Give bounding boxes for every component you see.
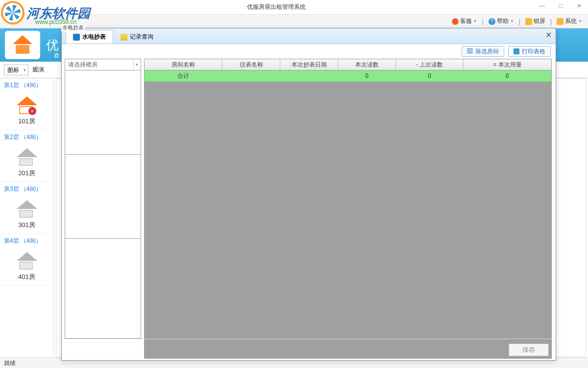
total-label: 合计 xyxy=(145,70,222,82)
list-icon xyxy=(467,48,473,54)
room-item[interactable]: 401房 xyxy=(0,248,53,285)
menubar: 客服▼ | ? 帮助▼ | 锁屏 | 系统▼ xyxy=(0,15,588,28)
tab-record-query[interactable]: 记录查询 xyxy=(113,30,161,44)
grid-header: 房间名称 仪表名称 本次抄表日期 本次读数 - 上次读数 = 本次用量 xyxy=(144,59,552,70)
room-item[interactable]: 301房 xyxy=(0,196,53,233)
maximize-button[interactable]: □ xyxy=(556,2,565,12)
house-inactive-icon xyxy=(17,148,37,167)
col-current-reading[interactable]: 本次读数 xyxy=(338,59,396,70)
floor-header[interactable]: 第4层 （4间） xyxy=(0,234,53,248)
grid-body[interactable] xyxy=(144,82,552,359)
house-inactive-icon xyxy=(17,200,37,219)
col-reading-date[interactable]: 本次抄表日期 xyxy=(280,59,338,70)
floor-header[interactable]: 第3层 （4间） xyxy=(0,182,53,196)
floor-header[interactable]: 第2层 （4间） xyxy=(0,130,53,144)
modal-footer: 保存 xyxy=(62,339,556,360)
total-prev: 0 xyxy=(396,70,464,82)
titlebar: 优服房屋出租管理系统 — □ ✕ xyxy=(0,0,588,15)
building-select[interactable]: 请选择楼房 xyxy=(65,59,141,70)
modal-close-button[interactable]: ✕ xyxy=(545,30,552,40)
col-prev-reading[interactable]: - 上次读数 xyxy=(396,59,464,70)
total-row: 合计 0 0 0 xyxy=(144,70,552,82)
modal-window-title: 水电抄表 xyxy=(61,24,85,31)
total-current: 0 xyxy=(338,70,396,82)
window-title: 优服房屋出租管理系统 xyxy=(16,3,537,11)
close-button[interactable]: ✕ xyxy=(574,2,584,12)
total-usage: 0 xyxy=(464,70,551,82)
house-inactive-icon xyxy=(17,252,37,271)
room-label: 301房 xyxy=(0,221,53,230)
menu-customer[interactable]: 客服▼ xyxy=(450,16,479,26)
filter-room-button[interactable]: 筛选房间 xyxy=(462,46,504,57)
room-item[interactable]: ¥101房 xyxy=(0,92,53,130)
house-active-icon: ¥ xyxy=(17,96,37,115)
print-table-button[interactable]: 打印表格 xyxy=(508,46,551,57)
menu-system[interactable]: 系统▼ xyxy=(555,16,584,26)
filter-bar: 筛选房间 打印表格 xyxy=(62,44,556,59)
col-room-name[interactable]: 房间名称 xyxy=(145,59,222,70)
tab-meter-reading[interactable]: 水电抄表 xyxy=(66,30,113,44)
modal-tabs: 水电抄表 记录查询 xyxy=(62,28,556,44)
room-label: 401房 xyxy=(0,273,53,281)
lock-icon xyxy=(525,18,532,25)
menu-help[interactable]: ? 帮助▼ xyxy=(487,16,516,26)
modal-dialog: ✕ 水电抄表 记录查询 筛选房间 打印表格 请选择楼房 xyxy=(61,28,556,361)
print-icon xyxy=(514,48,519,54)
save-button[interactable]: 保存 xyxy=(509,344,549,356)
menu-lock[interactable]: 锁屏 xyxy=(523,16,547,26)
col-usage[interactable]: = 本次用量 xyxy=(464,59,551,70)
data-grid: 房间名称 仪表名称 本次抄表日期 本次读数 - 上次读数 = 本次用量 合计 0… xyxy=(144,59,552,339)
room-label: 101房 xyxy=(0,117,53,126)
building-panel: 请选择楼房 xyxy=(65,59,141,339)
logo xyxy=(5,31,40,59)
gear-icon xyxy=(557,18,564,25)
floor-header[interactable]: 第1层 （4间） xyxy=(0,78,53,92)
view-mode-dropdown[interactable]: 图标 xyxy=(4,65,28,75)
building-tree[interactable] xyxy=(65,70,141,339)
room-item[interactable]: 201房 xyxy=(0,144,53,182)
sidebar: 第1层 （4间）¥101房第2层 （4间）201房第3层 （4间）301房第4层… xyxy=(0,78,54,357)
col-meter-name[interactable]: 仪表名称 xyxy=(222,59,280,70)
meter-icon xyxy=(73,34,80,41)
help-icon: ? xyxy=(489,18,495,25)
room-label: 201房 xyxy=(0,169,53,178)
observe-label: 观演 xyxy=(32,66,44,74)
people-icon xyxy=(452,18,459,25)
welcome-text: 欢 xyxy=(54,51,60,60)
minimize-button[interactable]: — xyxy=(537,2,547,12)
query-icon xyxy=(121,34,127,41)
app-icon xyxy=(4,3,12,11)
